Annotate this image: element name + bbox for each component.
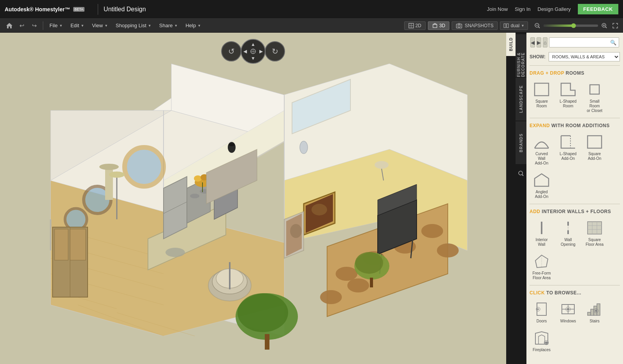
view-arrow: ▼ [104,24,108,28]
l-shaped-add-icon [560,134,577,150]
square-room-icon [533,82,550,97]
sign-in-link[interactable]: Sign In [515,6,530,12]
edit-menu[interactable]: Edit ▼ [67,20,88,32]
square-add-icon [586,134,603,150]
search-submit-icon[interactable]: 🔍 [610,40,616,46]
zoom-in-button[interactable] [600,21,609,30]
svg-rect-47 [70,229,86,260]
windows-item[interactable]: Windows [556,299,580,325]
svg-point-43 [125,147,164,186]
file-menu[interactable]: File ▼ [46,20,67,32]
square-floor-item[interactable]: SquareFloor Area [583,217,607,248]
pan-left-arrow[interactable]: ◀ [243,49,247,54]
top-links: Join Now Sign In Design Gallery FEEDBACK [487,4,618,14]
build-tab-active[interactable]: BUILD [506,33,516,56]
square-room-item[interactable]: SquareRoom [530,79,554,115]
l-shaped-add-item[interactable]: L-ShapedAdd-On [556,131,580,167]
stairs-icon [586,301,603,317]
view-3d-button[interactable]: 3D [428,21,449,30]
curved-wall-item[interactable]: Curved WallAdd-On [530,131,554,167]
dual-arrow: ▼ [521,24,524,28]
doors-item[interactable]: Doors [530,299,554,325]
zoom-bar [533,21,620,30]
pan-up-arrow[interactable]: ▲ [251,42,255,47]
design-title: Untitled Design [104,6,146,13]
join-now-link[interactable]: Join Now [487,6,508,12]
zoom-slider[interactable] [544,24,598,27]
view-2d-button[interactable]: 2D [404,21,426,30]
pan-right-arrow[interactable]: ▶ [259,49,263,54]
svg-point-86 [229,143,235,146]
snapshots-button[interactable]: SNAPSHOTS [452,21,498,30]
show-select[interactable]: ROOMS, WALLS & AREAS [549,52,620,61]
canvas-area[interactable]: ↺ ▲ ▼ ◀ ▶ ↻ [0,33,506,364]
furnish-tab[interactable]: FURNISH & DECORATE [516,34,526,77]
menu-bar: ↩ ↪ File ▼ Edit ▼ View ▼ Shopping List ▼… [0,19,623,33]
zoom-out-button[interactable] [533,21,542,30]
expand-button[interactable] [611,21,620,30]
undo-button[interactable]: ↩ [16,20,28,32]
svg-point-125 [537,308,539,310]
panel-back-button[interactable]: ◀ [530,37,535,47]
build-label: BUILD [509,37,513,51]
angled-add-item[interactable]: AngledAdd-On [530,170,554,201]
svg-rect-72 [265,334,269,350]
svg-marker-112 [535,174,549,186]
dual-button[interactable]: dual ▼ [500,21,528,30]
shopping-list-menu[interactable]: Shopping List ▼ [112,20,155,32]
3d-icon [432,23,438,28]
wall-opening-item[interactable]: WallOpening [556,217,580,248]
l-shaped-add-label: L-ShapedAdd-On [560,152,576,161]
rotate-right-button[interactable]: ↻ [265,41,285,61]
interior-wall-item[interactable]: InteriorWall [530,217,554,248]
zoom-out-icon [534,23,540,29]
fireplaces-item[interactable]: Fireplaces [530,327,554,354]
furnish-label: FURNISH & DECORATE [517,34,525,77]
freeform-floor-icon [533,254,550,269]
pan-down-arrow[interactable]: ▼ [251,56,255,61]
landscape-tab[interactable]: LANDSCAPE [516,78,526,121]
panel-content: ◀ ▶ ⌂ 🔍 SHOW: ROOMS, WALLS & AREAS DRAG … [526,33,623,364]
windows-icon [560,301,577,317]
panel-search-field[interactable]: 🔍 [549,37,619,47]
view-menu[interactable]: View ▼ [88,20,112,32]
brands-tab[interactable]: BRANDS [516,121,526,164]
svg-rect-114 [567,222,569,226]
l-shaped-room-item[interactable]: L-ShapedRoom [556,79,580,115]
panel-home-button[interactable]: ⌂ [543,37,547,47]
pan-control[interactable]: ▲ ▼ ◀ ▶ [241,39,266,64]
build-tab[interactable]: BUILD [506,33,516,364]
home-icon-button[interactable] [3,20,16,32]
l-shaped-room-icon [560,82,577,97]
landscape-label: LANDSCAPE [519,85,523,113]
search-input[interactable] [552,40,610,45]
expand-header: EXPAND WITH ROOM ADDITIONS [530,123,620,128]
square-add-label: SquareAdd-On [588,152,601,161]
stairs-item[interactable]: Stairs [583,299,607,325]
panel-search-button[interactable] [516,168,526,179]
side-tabs: FURNISH & DECORATE LANDSCAPE BRANDS [516,33,526,364]
square-add-item[interactable]: SquareAdd-On [583,131,607,167]
freeform-floor-item[interactable]: Free-FormFloor Area [530,251,554,282]
help-menu[interactable]: Help ▼ [181,20,205,32]
separator-2 [530,118,620,118]
design-gallery-link[interactable]: Design Gallery [538,6,571,12]
interior-wall-icon-box [531,219,552,237]
doors-label: Doors [537,319,547,324]
panel-forward-button[interactable]: ▶ [537,37,541,47]
interior-wall-icon [533,220,550,236]
small-room-label: Small Roomor Closet [584,99,605,113]
stairs-label: Stairs [590,319,600,324]
svg-point-84 [109,172,125,178]
curved-wall-icon-box [531,133,552,151]
svg-rect-110 [588,136,602,148]
fireplaces-label: Fireplaces [533,348,551,352]
redo-button[interactable]: ↪ [28,20,40,32]
brands-label: BRANDS [519,133,523,152]
feedback-button[interactable]: FEEDBACK [578,4,618,14]
nav-controls: ↺ ▲ ▼ ◀ ▶ ↻ [221,39,285,64]
rotate-left-button[interactable]: ↺ [221,41,241,61]
small-room-item[interactable]: Small Roomor Closet [583,79,607,115]
share-menu[interactable]: Share ▼ [155,20,182,32]
share-arrow: ▼ [174,24,178,28]
